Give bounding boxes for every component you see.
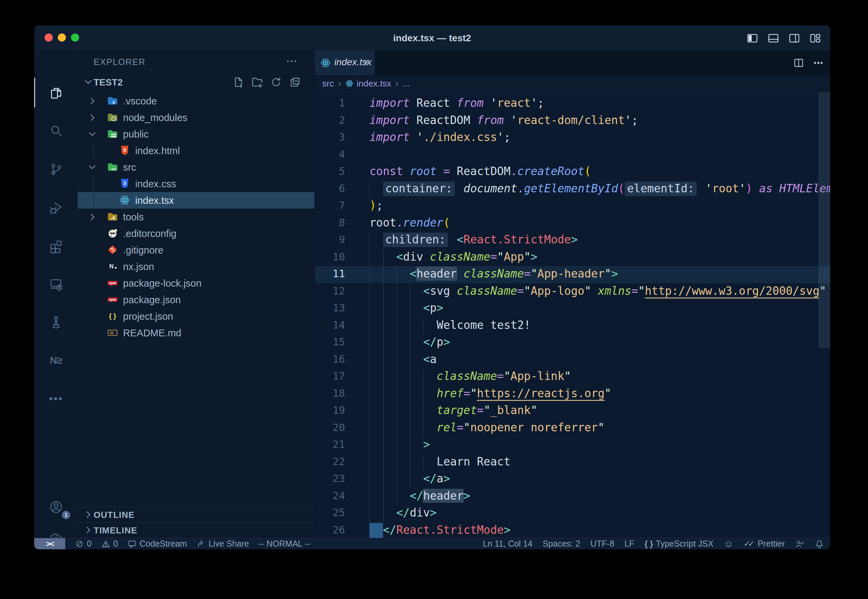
split-editor-icon[interactable] bbox=[793, 57, 805, 69]
status-live-share[interactable]: Live Share bbox=[196, 539, 249, 549]
titlebar[interactable]: index.tsx — test2 bbox=[34, 26, 830, 51]
status-problems-errors[interactable]: 0 bbox=[75, 539, 92, 549]
code-line-6[interactable]: 6 container: document.getElementById(ele… bbox=[315, 181, 830, 198]
activity-more[interactable]: ••• bbox=[34, 382, 78, 415]
code-line-11[interactable]: 11 <header className="App-header"> bbox=[315, 266, 830, 283]
status-accessibility[interactable] bbox=[795, 539, 805, 549]
code-line-16[interactable]: 16 <a bbox=[315, 352, 830, 369]
code-line-3[interactable]: 3 import './index.css'; bbox=[315, 129, 830, 147]
breadcrumb-item-0[interactable]: src bbox=[322, 78, 334, 89]
tree-item-index.html[interactable]: 5index.html bbox=[78, 142, 314, 159]
new-file-icon[interactable] bbox=[233, 77, 244, 88]
panel-outline[interactable]: OUTLINE bbox=[78, 507, 314, 522]
activity-explorer[interactable] bbox=[34, 76, 78, 110]
code-line-21[interactable]: 21 > bbox=[315, 437, 830, 454]
code-line-10[interactable]: 10 <div className="App"> bbox=[315, 249, 830, 266]
tree-item-package.json[interactable]: npmpackage.json bbox=[78, 291, 314, 308]
activity-search[interactable] bbox=[34, 114, 78, 148]
status-language-mode[interactable]: { }TypeScript JSX bbox=[645, 539, 713, 549]
remote-icon bbox=[49, 277, 63, 291]
status-notifications[interactable] bbox=[815, 539, 824, 549]
code-line-17[interactable]: 17 className="App-link" bbox=[315, 369, 830, 386]
close-tab-icon[interactable]: × bbox=[361, 56, 372, 69]
tree-item-nx.json[interactable]: Nnx.json bbox=[78, 258, 314, 275]
status-feedback-smiley[interactable]: ☺ bbox=[724, 539, 734, 549]
tree-item-project.json[interactable]: { }project.json bbox=[78, 308, 314, 325]
tree-item-node_modules[interactable]: node_modules bbox=[78, 109, 314, 126]
tab-index-tsx[interactable]: index.tsx × bbox=[315, 51, 375, 75]
activity-nx-console[interactable]: N≥ bbox=[34, 343, 78, 377]
code-line-23[interactable]: 23 </a> bbox=[315, 471, 830, 488]
status-eol[interactable]: LF bbox=[624, 539, 634, 549]
file-label: package-lock.json bbox=[123, 278, 202, 289]
line-number: 3 bbox=[315, 131, 345, 143]
code-line-4[interactable]: 4 bbox=[315, 147, 830, 164]
file-label: index.html bbox=[135, 145, 180, 157]
tab-bar: index.tsx × bbox=[315, 51, 830, 75]
code-line-26[interactable]: 26 </React.StrictMode> bbox=[315, 522, 830, 538]
layout-panel-icon[interactable] bbox=[767, 32, 779, 44]
status-bar: ><00CodeStreamLive Share-- NORMAL -- Ln … bbox=[34, 538, 830, 549]
code-line-9[interactable]: 9 children: <React.StrictMode> bbox=[315, 232, 830, 249]
line-number: 21 bbox=[315, 438, 345, 450]
activity-extensions[interactable] bbox=[34, 229, 78, 263]
code-line-14[interactable]: 14 Welcome test2! bbox=[315, 318, 830, 335]
refresh-icon[interactable] bbox=[271, 77, 282, 88]
activity-remote-explorer[interactable] bbox=[34, 267, 78, 301]
code-area[interactable]: 1 import React from 'react'; 2 import Re… bbox=[315, 92, 830, 538]
ellipsis-icon: ••• bbox=[49, 391, 63, 406]
layout-sidebar-left-icon[interactable] bbox=[746, 32, 758, 44]
status-indentation[interactable]: Spaces: 2 bbox=[543, 539, 580, 549]
status-prettier[interactable]: ✓✓Prettier bbox=[744, 539, 785, 549]
breadcrumb-item-2[interactable]: ... bbox=[403, 78, 410, 89]
code-line-5[interactable]: 5 const root = ReactDOM.createRoot( bbox=[315, 164, 830, 181]
workspace-section-header[interactable]: TEST2 bbox=[78, 74, 314, 90]
panel-timeline[interactable]: TIMELINE bbox=[78, 522, 314, 538]
code-line-8[interactable]: 8 root.render( bbox=[315, 215, 830, 232]
status-codestream[interactable]: CodeStream bbox=[128, 539, 187, 549]
more-icon[interactable] bbox=[812, 57, 824, 69]
breadcrumb-item-1[interactable]: index.tsx bbox=[345, 78, 391, 89]
status-encoding[interactable]: UTF-8 bbox=[591, 539, 614, 549]
code-line-18[interactable]: 18 href="https://reactjs.org" bbox=[315, 386, 830, 403]
status-cursor-position[interactable]: Ln 11, Col 14 bbox=[483, 539, 533, 549]
layout-customize-icon[interactable] bbox=[809, 32, 821, 44]
tree-item-.gitignore[interactable]: .gitignore bbox=[78, 242, 314, 258]
tree-item-index.css[interactable]: 3index.css bbox=[78, 175, 314, 192]
code-line-15[interactable]: 15 </p> bbox=[315, 334, 830, 352]
activity-accounts[interactable]: 1 bbox=[34, 490, 78, 524]
tree-item-index.tsx[interactable]: index.tsx bbox=[78, 192, 314, 209]
file-label: index.tsx bbox=[135, 195, 174, 206]
code-line-1[interactable]: 1 import React from 'react'; bbox=[315, 95, 830, 113]
status-vim-mode[interactable]: -- NORMAL -- bbox=[259, 539, 310, 549]
tree-item-src[interactable]: </>src bbox=[78, 159, 314, 175]
remote-indicator[interactable]: >< bbox=[34, 538, 65, 550]
code-line-22[interactable]: 22 Learn React bbox=[315, 454, 830, 471]
code-line-19[interactable]: 19 target="_blank" bbox=[315, 403, 830, 420]
collapse-all-icon[interactable] bbox=[289, 77, 301, 88]
editor-scrollbar[interactable] bbox=[818, 92, 830, 348]
svg-text:M↓: M↓ bbox=[110, 331, 115, 335]
activity-run-debug[interactable] bbox=[34, 191, 78, 224]
code-line-2[interactable]: 2 import ReactDOM from 'react-dom/client… bbox=[315, 113, 830, 130]
activity-source-control[interactable] bbox=[34, 152, 78, 186]
tree-item-tools[interactable]: tools bbox=[78, 209, 314, 225]
code-line-25[interactable]: 25 </div> bbox=[315, 505, 830, 522]
tree-item-.editorconfig[interactable]: .editorconfig bbox=[78, 225, 314, 242]
indent-guide bbox=[93, 192, 94, 209]
status-problems-warnings[interactable]: 0 bbox=[101, 539, 118, 549]
code-line-24[interactable]: 24 </header> bbox=[315, 488, 830, 506]
code-line-12[interactable]: 12 <svg className="App-logo" xmlns="http… bbox=[315, 283, 830, 301]
layout-sidebar-right-icon[interactable] bbox=[788, 32, 800, 44]
activity-testing[interactable] bbox=[34, 305, 78, 339]
new-folder-icon[interactable] bbox=[251, 77, 263, 88]
explorer-more-actions-icon[interactable]: ⋯ bbox=[286, 54, 298, 68]
code-line-20[interactable]: 20 rel="noopener noreferrer" bbox=[315, 420, 830, 437]
tree-item-README.md[interactable]: M↓README.md bbox=[78, 325, 314, 341]
tree-item-package-lock.json[interactable]: npmpackage-lock.json bbox=[78, 275, 314, 291]
source-control-icon bbox=[49, 162, 63, 177]
tree-item-public[interactable]: public bbox=[78, 126, 314, 142]
code-line-7[interactable]: 7 ); bbox=[315, 198, 830, 215]
tree-item-.vscode[interactable]: X.vscode bbox=[78, 93, 314, 109]
code-line-13[interactable]: 13 <p> bbox=[315, 300, 830, 318]
